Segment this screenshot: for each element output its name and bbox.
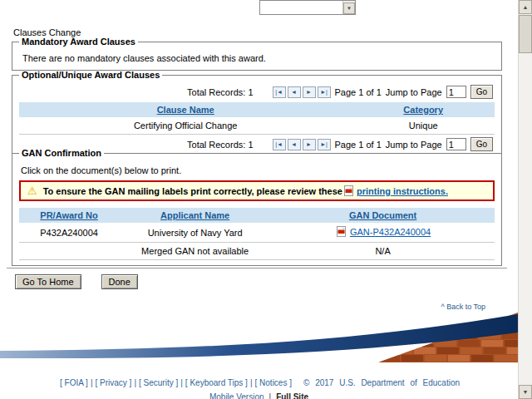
scroll-down-icon[interactable]: ▼: [343, 2, 355, 14]
gan-document-cell: N/A: [271, 243, 495, 260]
page: ▼ Clauses Change Mandatory Award Clauses…: [0, 0, 532, 399]
footer-decoration: [0, 311, 518, 362]
applicant-name-cell: University of Navy Yard: [119, 223, 271, 243]
mandatory-clauses-legend: Mandatory Award Clauses: [19, 37, 138, 47]
category-cell: Unique: [352, 117, 495, 135]
mobile-version-link[interactable]: Mobile Version: [209, 392, 264, 399]
pr-award-no-cell: [19, 243, 119, 260]
footer-link-foia[interactable]: [ FOIA ]: [60, 378, 88, 387]
pagination-top: Total Records: 1 |◄ ◄ ► ►| Page 1 of 1 J…: [19, 82, 495, 101]
applicant-name-header[interactable]: Applicant Name: [160, 210, 229, 220]
go-to-home-button[interactable]: Go To Home: [15, 274, 81, 289]
table-header-row: Clause Name Category: [19, 102, 495, 117]
table-row: P432A240004 University of Navy Yard GAN-…: [19, 223, 495, 243]
next-page-button[interactable]: ►: [303, 86, 316, 98]
previous-page-button[interactable]: ◄: [288, 86, 301, 98]
gan-documents-table: PR/Award No Applicant Name GAN Document …: [19, 208, 495, 260]
printing-instructions-link[interactable]: printing instructions.: [357, 186, 448, 196]
print-instruction-text: Click on the document(s) below to print.: [19, 160, 495, 179]
jump-to-page-label: Jump to Page: [386, 87, 442, 97]
last-page-button[interactable]: ►|: [318, 86, 331, 98]
back-to-top-link[interactable]: ^ Back to Top: [441, 303, 485, 311]
applicant-name-cell: Merged GAN not available: [119, 243, 271, 260]
footer-link-security[interactable]: [ Security ]: [139, 378, 178, 387]
full-site-label: Full Site: [276, 392, 308, 399]
mandatory-clauses-section: Mandatory Award Clauses There are no man…: [12, 37, 502, 71]
table-row: Certifying Official Change Unique: [19, 117, 495, 135]
scrollbar-thumb[interactable]: [519, 15, 532, 53]
footer-link-keyboard-tips[interactable]: [ Keyboard Tips ]: [185, 378, 248, 387]
copyright: © 2017 U.S. Department of Education: [303, 378, 460, 387]
done-button[interactable]: Done: [101, 274, 138, 289]
category-header[interactable]: Category: [403, 105, 443, 115]
comment-textarea[interactable]: ▼: [259, 0, 356, 15]
gan-document-link[interactable]: GAN-P432A240004: [350, 227, 431, 237]
action-buttons: Go To Home Done: [15, 274, 138, 289]
warning-icon: ⚠: [27, 185, 37, 197]
go-button[interactable]: Go: [470, 85, 493, 99]
pr-award-no-cell: P432A240004: [19, 223, 119, 243]
footer-link-privacy[interactable]: [ Privacy ]: [95, 378, 131, 387]
gan-document-cell: GAN-P432A240004: [271, 223, 495, 243]
footer-links: [ FOIA ]|[ Privacy ]|[ Security ]|[ Keyb…: [0, 378, 518, 387]
gan-document-header[interactable]: GAN Document: [349, 210, 416, 220]
table-row: Merged GAN not available N/A: [19, 243, 495, 260]
textarea-scrollbar[interactable]: ▼: [342, 1, 355, 14]
clause-name-cell: Certifying Official Change: [19, 117, 352, 135]
gan-confirmation-section: GAN Confirmation Click on the document(s…: [12, 148, 502, 266]
scroll-down-icon[interactable]: ▼: [519, 385, 532, 399]
total-records-label: Total Records: 1: [187, 87, 253, 97]
optional-clauses-legend: Optional/Unique Award Clauses: [19, 70, 162, 80]
swoosh-graphic: [0, 311, 518, 362]
table-header-row: PR/Award No Applicant Name GAN Document: [19, 208, 495, 223]
footer-link-notices[interactable]: [ Notices ]: [255, 378, 292, 387]
mandatory-empty-message: There are no mandatory clauses associate…: [19, 49, 495, 65]
optional-clauses-section: Optional/Unique Award Clauses Total Reco…: [12, 70, 502, 160]
pdf-icon: [337, 226, 346, 237]
scroll-up-icon[interactable]: ▲: [519, 0, 532, 14]
pager-buttons: |◄ ◄ ► ►|: [273, 86, 331, 98]
vertical-scrollbar[interactable]: ▲ ▼: [518, 0, 532, 399]
pr-award-no-header[interactable]: PR/Award No: [40, 210, 97, 220]
page-indicator: Page 1 of 1: [335, 87, 382, 97]
footer-mobile-row: Mobile Version|Full Site: [0, 392, 518, 399]
gan-confirmation-legend: GAN Confirmation: [19, 148, 104, 158]
clause-name-header[interactable]: Clause Name: [157, 105, 214, 115]
optional-clauses-table: Clause Name Category Certifying Official…: [19, 102, 495, 135]
jump-to-page-input[interactable]: [446, 86, 466, 98]
warning-banner: ⚠ To ensure the GAN mailing labels print…: [19, 180, 495, 201]
pdf-icon: [344, 185, 353, 196]
first-page-button[interactable]: |◄: [273, 86, 286, 98]
warning-text: To ensure the GAN mailing labels print c…: [43, 185, 448, 196]
content-divider: [7, 268, 507, 268]
